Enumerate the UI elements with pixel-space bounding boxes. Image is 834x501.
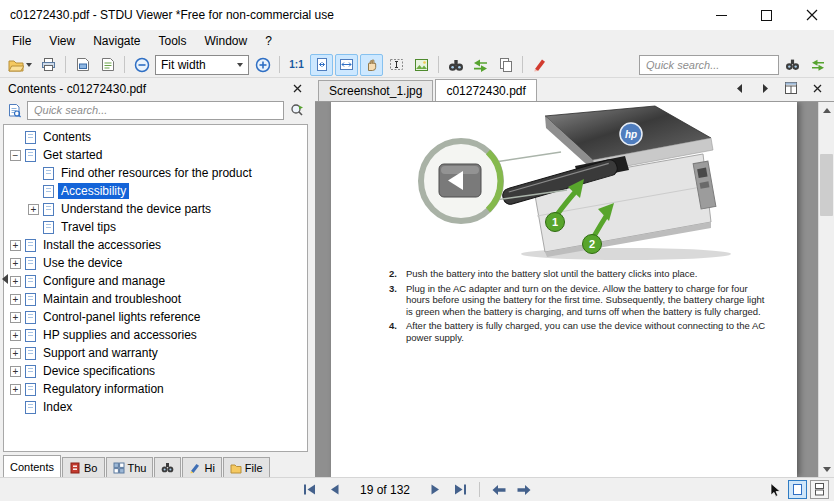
- single-page-view-button[interactable]: [788, 480, 807, 499]
- expand-icon[interactable]: +: [10, 258, 21, 269]
- expand-icon[interactable]: +: [10, 294, 21, 305]
- sidebar-tab-bookmarks[interactable]: Bo: [62, 457, 104, 477]
- zoom-out-button[interactable]: [130, 54, 153, 76]
- fit-page-button[interactable]: [310, 54, 333, 76]
- maximize-button[interactable]: [744, 0, 789, 30]
- expand-icon[interactable]: +: [28, 204, 39, 215]
- sidebar-tab-highlights[interactable]: Hi: [182, 457, 221, 477]
- tree-item-accessibility[interactable]: Accessibility: [8, 182, 307, 200]
- search-scope-button[interactable]: [5, 101, 23, 119]
- search-go-button[interactable]: [288, 101, 306, 119]
- tab-scroll-right-button[interactable]: [756, 79, 774, 97]
- scroll-up-button[interactable]: [819, 102, 834, 118]
- find-binoculars-button[interactable]: [781, 54, 804, 76]
- expand-icon[interactable]: +: [10, 312, 21, 323]
- expand-icon[interactable]: +: [10, 276, 21, 287]
- tab-controls: [730, 79, 830, 101]
- history-back-button[interactable]: [489, 480, 509, 500]
- step-text: Plug in the AC adapter and turn on the d…: [406, 283, 771, 318]
- menu-file[interactable]: File: [3, 31, 40, 51]
- menu-window[interactable]: Window: [196, 31, 257, 51]
- tab-scroll-left-button[interactable]: [730, 79, 748, 97]
- tree-item-label: Travel tips: [58, 219, 119, 235]
- expand-icon[interactable]: +: [10, 330, 21, 341]
- hand-tool-button[interactable]: [360, 54, 383, 76]
- search-button[interactable]: [444, 54, 467, 76]
- continuous-view-button[interactable]: [810, 480, 829, 499]
- open-button[interactable]: [5, 54, 35, 76]
- copy-icon: [499, 57, 513, 72]
- arrange-windows-button[interactable]: [782, 79, 800, 97]
- document-tab-screenshot[interactable]: Screenshot_1.jpg: [318, 80, 433, 101]
- highlight-button[interactable]: [528, 54, 551, 76]
- expand-icon[interactable]: +: [10, 240, 21, 251]
- scroll-down-button[interactable]: [819, 461, 834, 477]
- zoom-mode-select[interactable]: Fit width: [155, 55, 249, 75]
- close-button[interactable]: [789, 0, 834, 30]
- last-page-button[interactable]: [450, 480, 470, 500]
- menu-help[interactable]: ?: [256, 31, 281, 51]
- contents-search-input[interactable]: [27, 101, 284, 120]
- sidebar-tab-search[interactable]: [154, 457, 181, 477]
- sidebar-tab-contents[interactable]: Contents: [3, 455, 61, 477]
- menu-view[interactable]: View: [40, 31, 84, 51]
- find-direction-button[interactable]: [469, 54, 492, 76]
- quick-search-input[interactable]: [639, 55, 779, 75]
- fit-width-button[interactable]: [335, 54, 358, 76]
- tree-item-get-started[interactable]: −Get started: [8, 146, 307, 164]
- tree-item-install-the-accessories[interactable]: +Install the accessories: [8, 236, 307, 254]
- previous-page-button[interactable]: [325, 480, 345, 500]
- search-go-icon: [290, 103, 305, 117]
- tree-item-configure-and-manage[interactable]: +Configure and manage: [8, 272, 307, 290]
- panel-collapse-handle[interactable]: [0, 269, 9, 289]
- sidebar-tab-thumbnails[interactable]: Thu: [106, 457, 154, 477]
- content-area: Contents - c01272430.pdf Contents−Get st…: [0, 78, 834, 477]
- history-forward-button[interactable]: [514, 480, 534, 500]
- cursor-icon: [769, 483, 781, 497]
- collapse-icon[interactable]: −: [10, 150, 21, 161]
- page-icon: [25, 329, 36, 342]
- copy-button[interactable]: [494, 54, 517, 76]
- sidebar-tab-files[interactable]: File: [223, 457, 270, 477]
- print-button[interactable]: [37, 54, 60, 76]
- tree-item-use-the-device[interactable]: +Use the device: [8, 254, 307, 272]
- expand-icon[interactable]: +: [10, 348, 21, 359]
- expand-icon[interactable]: +: [10, 366, 21, 377]
- tree-item-support-and-warranty[interactable]: +Support and warranty: [8, 344, 307, 362]
- tree-item-index[interactable]: Index: [8, 398, 307, 416]
- zoom-in-button[interactable]: [251, 54, 274, 76]
- thumbnails-icon: [113, 462, 125, 474]
- menu-navigate[interactable]: Navigate: [84, 31, 149, 51]
- page-icon: [25, 131, 36, 144]
- first-page-button[interactable]: [300, 480, 320, 500]
- expand-icon[interactable]: +: [10, 384, 21, 395]
- vertical-scrollbar[interactable]: [818, 102, 834, 477]
- tree-item-find-other-resources-for-the-product[interactable]: Find other resources for the product: [8, 164, 307, 182]
- tree-item-travel-tips[interactable]: Travel tips: [8, 218, 307, 236]
- tree-item-hp-supplies-and-accessories[interactable]: +HP supplies and accessories: [8, 326, 307, 344]
- select-image-button[interactable]: [410, 54, 433, 76]
- pdf-page[interactable]: hp 1: [331, 102, 797, 477]
- contents-search-bar: [0, 99, 311, 124]
- document-tab-pdf[interactable]: c01272430.pdf: [435, 79, 536, 101]
- export-image-button[interactable]: [71, 54, 94, 76]
- collapse-arrow-icon: [2, 274, 8, 284]
- select-text-button[interactable]: [385, 54, 408, 76]
- tree-item-regulatory-information[interactable]: +Regulatory information: [8, 380, 307, 398]
- export-text-button[interactable]: [96, 54, 119, 76]
- cursor-mode-button[interactable]: [765, 480, 785, 500]
- menu-tools[interactable]: Tools: [150, 31, 196, 51]
- tree-item-device-specifications[interactable]: +Device specifications: [8, 362, 307, 380]
- find-next-prev-button[interactable]: [806, 54, 829, 76]
- close-document-button[interactable]: [808, 79, 826, 97]
- tree-item-understand-the-device-parts[interactable]: +Understand the device parts: [8, 200, 307, 218]
- tree-item-control-panel-lights-reference[interactable]: +Control-panel lights reference: [8, 308, 307, 326]
- actual-size-button[interactable]: 1:1: [285, 54, 308, 76]
- next-page-button[interactable]: [425, 480, 445, 500]
- scrollbar-thumb[interactable]: [820, 154, 833, 216]
- tree-item-contents[interactable]: Contents: [8, 128, 307, 146]
- document-viewport[interactable]: hp 1: [315, 102, 834, 477]
- contents-panel-close-button[interactable]: [288, 80, 306, 98]
- tree-item-maintain-and-troubleshoot[interactable]: +Maintain and troubleshoot: [8, 290, 307, 308]
- minimize-button[interactable]: [699, 0, 744, 30]
